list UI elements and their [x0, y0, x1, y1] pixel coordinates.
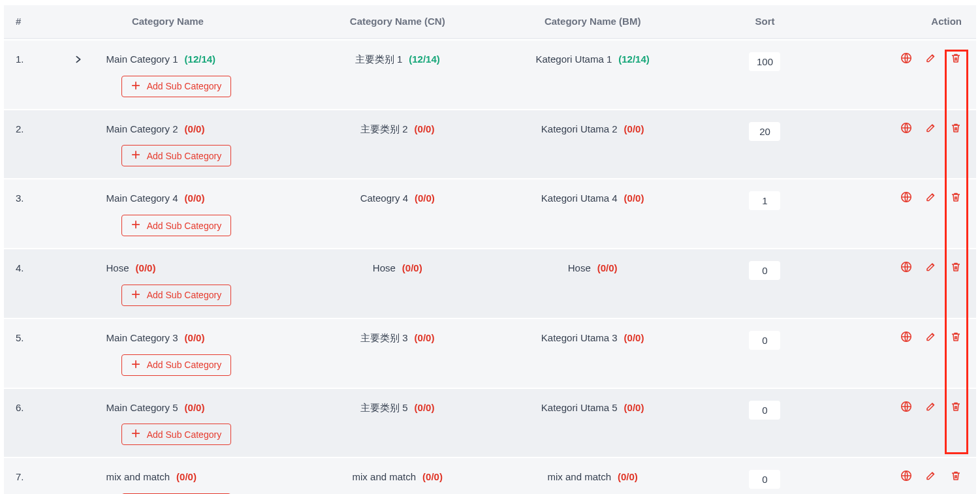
cell-category-bm: Kategori Utama 2 (0/0): [495, 110, 690, 179]
category-name: Hose: [106, 261, 129, 275]
plus-icon: [131, 150, 140, 161]
add-sub-category-button[interactable]: Add Sub Category: [121, 145, 231, 166]
cell-sort: [690, 110, 840, 179]
cell-category-bm: Kategori Utama 4 (0/0): [495, 179, 690, 248]
category-bm: Hose: [568, 261, 591, 275]
edit-icon[interactable]: [925, 470, 937, 482]
add-sub-category-button[interactable]: Add Sub Category: [121, 76, 231, 97]
header-name: Category Name: [36, 5, 300, 39]
edit-icon[interactable]: [925, 122, 937, 134]
globe-icon[interactable]: [900, 331, 912, 343]
cell-actions: [840, 40, 976, 109]
cell-category-cn: mix and match (0/0): [300, 458, 495, 494]
add-sub-category-button[interactable]: Add Sub Category: [121, 354, 231, 376]
cell-category-name: Main Category 1 (12/14) Add Sub Category: [36, 40, 300, 109]
row-index: 7.: [4, 458, 36, 494]
sort-input[interactable]: [749, 122, 780, 141]
cell-sort: [690, 249, 840, 318]
add-sub-label: Add Sub Category: [147, 290, 221, 300]
trash-icon[interactable]: [950, 470, 962, 482]
category-cn: Cateogry 4: [360, 191, 408, 206]
trash-icon[interactable]: [950, 52, 962, 64]
cell-category-cn: 主要类别 3 (0/0): [300, 319, 495, 388]
sort-input[interactable]: [749, 261, 780, 280]
edit-icon[interactable]: [925, 52, 937, 64]
category-name: Main Category 4: [106, 191, 178, 206]
sort-input[interactable]: [749, 191, 780, 210]
trash-icon[interactable]: [950, 401, 962, 412]
category-cn: 主要类别 3: [360, 331, 408, 345]
globe-icon[interactable]: [900, 191, 912, 203]
globe-icon[interactable]: [900, 401, 912, 412]
header-sort: Sort: [690, 5, 840, 39]
category-cn-count: (0/0): [415, 122, 435, 136]
add-sub-category-button[interactable]: Add Sub Category: [121, 285, 231, 306]
category-name-count: (0/0): [136, 261, 156, 275]
cell-category-cn: Cateogry 4 (0/0): [300, 179, 495, 248]
table-row: 6. Main Category 5 (0/0) Add Sub Categor…: [4, 389, 976, 457]
cell-category-bm: Kategori Utama 1 (12/14): [495, 40, 690, 109]
edit-icon[interactable]: [925, 401, 937, 412]
add-sub-label: Add Sub Category: [147, 360, 221, 370]
globe-icon[interactable]: [900, 261, 912, 273]
category-bm-count: (0/0): [597, 261, 618, 275]
plus-icon: [131, 429, 140, 440]
sort-input[interactable]: [749, 470, 780, 489]
category-cn: mix and match: [353, 470, 417, 484]
category-cn-count: (0/0): [415, 331, 435, 345]
header-bm: Category Name (BM): [495, 5, 690, 39]
globe-icon[interactable]: [900, 470, 912, 482]
edit-icon[interactable]: [925, 191, 937, 203]
chevron-right-icon[interactable]: [74, 54, 83, 63]
category-bm-count: (0/0): [624, 122, 644, 136]
plus-icon: [131, 290, 140, 301]
edit-icon[interactable]: [925, 261, 937, 273]
category-bm: Kategori Utama 4: [541, 191, 618, 206]
header-action: Action: [840, 5, 976, 39]
row-index: 3.: [4, 179, 36, 248]
category-bm: Kategori Utama 1: [536, 52, 612, 67]
row-index: 5.: [4, 319, 36, 388]
category-table: # Category Name Category Name (CN) Categ…: [4, 4, 976, 494]
category-cn-count: (0/0): [415, 401, 435, 415]
cell-actions: [840, 458, 976, 494]
category-bm-count: (12/14): [618, 52, 650, 67]
sort-input[interactable]: [749, 331, 780, 350]
category-cn: Hose: [373, 261, 396, 275]
category-cn-count: (0/0): [402, 261, 422, 275]
category-bm: Kategori Utama 3: [541, 331, 618, 345]
category-bm: mix and match: [547, 470, 611, 484]
globe-icon[interactable]: [900, 52, 912, 64]
add-sub-category-button[interactable]: Add Sub Category: [121, 424, 231, 445]
sort-input[interactable]: [749, 52, 780, 71]
category-cn-count: (0/0): [415, 191, 435, 206]
category-cn: 主要类别 2: [360, 122, 408, 136]
category-name-count: (0/0): [185, 401, 205, 415]
cell-category-bm: Kategori Utama 3 (0/0): [495, 319, 690, 388]
trash-icon[interactable]: [950, 261, 962, 273]
edit-icon[interactable]: [925, 331, 937, 343]
cell-actions: [840, 179, 976, 248]
trash-icon[interactable]: [950, 122, 962, 134]
trash-icon[interactable]: [950, 331, 962, 343]
add-sub-category-button[interactable]: Add Sub Category: [121, 215, 231, 236]
cell-sort: [690, 40, 840, 109]
sort-input[interactable]: [749, 401, 780, 420]
cell-category-bm: Hose (0/0): [495, 249, 690, 318]
category-name-count: (0/0): [185, 122, 205, 136]
add-sub-label: Add Sub Category: [147, 151, 221, 161]
category-name-count: (0/0): [176, 470, 197, 484]
category-bm: Kategori Utama 5: [541, 401, 618, 415]
category-name: Main Category 2: [106, 122, 178, 136]
trash-icon[interactable]: [950, 191, 962, 203]
cell-actions: [840, 249, 976, 318]
globe-icon[interactable]: [900, 122, 912, 134]
cell-category-cn: 主要类别 1 (12/14): [300, 40, 495, 109]
cell-category-bm: Kategori Utama 5 (0/0): [495, 389, 690, 457]
category-name: Main Category 5: [106, 401, 178, 415]
category-name: mix and match: [106, 470, 170, 484]
table-row: 7. mix and match (0/0) Add Sub Category …: [4, 458, 976, 494]
cell-actions: [840, 110, 976, 179]
cell-actions: [840, 319, 976, 388]
category-name-count: (12/14): [185, 52, 216, 67]
